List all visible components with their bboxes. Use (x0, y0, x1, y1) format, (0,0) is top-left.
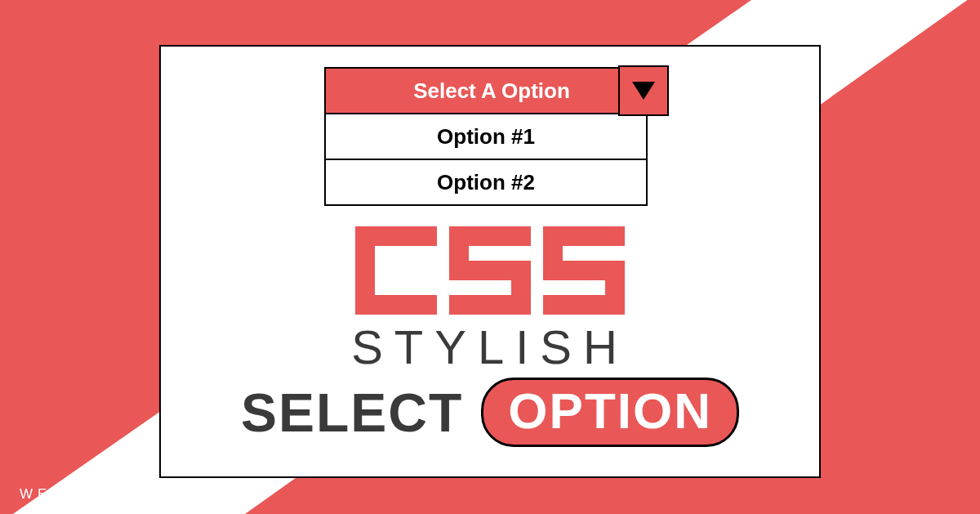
dropdown-option-label: Option #1 (437, 124, 535, 150)
svg-rect-3 (355, 295, 437, 315)
svg-rect-13 (543, 295, 625, 315)
option-pill: OPTION (481, 378, 739, 447)
svg-rect-8 (449, 295, 531, 315)
select-dropdown[interactable]: Select A Option Option #1 Option #2 (324, 67, 659, 206)
dropdown-option[interactable]: Option #1 (324, 114, 648, 160)
svg-marker-0 (632, 82, 655, 100)
dropdown-header[interactable]: Select A Option (324, 67, 659, 114)
dropdown-option[interactable]: Option #2 (324, 160, 648, 206)
title-block: STYLISH SELECT OPTION (161, 226, 819, 447)
demo-card: Select A Option Option #1 Option #2 (159, 45, 821, 478)
bottom-title-line: SELECT OPTION (161, 378, 819, 447)
css-logo (161, 226, 819, 315)
dropdown-toggle-button[interactable] (618, 65, 669, 116)
select-word: SELECT (241, 382, 463, 444)
chevron-down-icon (632, 82, 655, 100)
watermark: WEBDEVTRICK.COM (20, 486, 231, 503)
stylish-word: STYLISH (161, 320, 819, 374)
dropdown-option-label: Option #2 (437, 170, 535, 195)
dropdown-header-label: Select A Option (413, 78, 570, 104)
